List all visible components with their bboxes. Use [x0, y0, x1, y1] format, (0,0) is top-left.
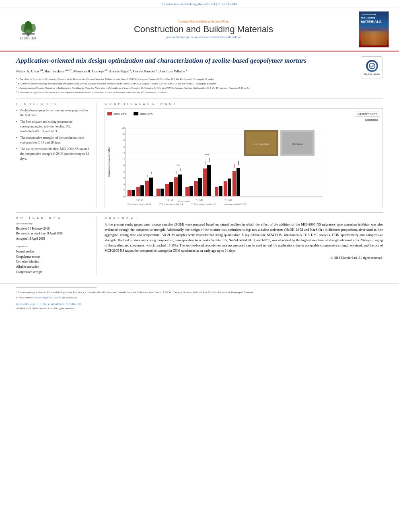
highlight-2: The best mixture and curing temperature,…: [16, 119, 91, 134]
legend-80c-box: [134, 112, 138, 115]
info-abstract-section: A R T I C L E I N F O Article history: R…: [16, 216, 383, 275]
journal-header: ELSEVIER Contents lists available at Sci…: [0, 8, 399, 51]
bar-g4-7d-blk: [219, 186, 222, 196]
svg-text:SEM image: SEM image: [292, 143, 303, 145]
bar-g2-14d-red: [165, 184, 169, 196]
noninhibitor-label: noninhibitor: [107, 118, 380, 121]
article-info-heading: A R T I C L E I N F O: [16, 216, 91, 220]
bar-g1-14d-red: [136, 187, 140, 196]
svg-text:7       14      28: 7 14 28: [136, 199, 143, 201]
highlights-heading: H I G H L I G H T S: [16, 102, 91, 106]
bar-g3-14d-blk: [198, 178, 202, 196]
title-area: Application-oriented mix design optimiza…: [16, 56, 383, 65]
affiliation-d: d d Facultad de Ingeniería Mecánica, Esc…: [16, 90, 383, 94]
affiliation-a: a a Facultad de Ingeniería Mecánica y Ci…: [16, 77, 383, 81]
svg-text:16: 16: [122, 146, 125, 148]
svg-text:0: 0: [123, 195, 125, 198]
abstract-heading: A B S T R A C T: [105, 216, 383, 220]
author-andres: Andrés Rigail a,: [109, 69, 133, 73]
svg-point-4: [25, 21, 32, 30]
bar-g2-7d-red: [156, 189, 160, 196]
legend-60c: Temp. 60°C: [107, 112, 127, 115]
journal-cover-image: Construction and Building MATERIALS: [359, 11, 389, 47]
highlight-4: The use of corrosion inhibitor, MCI-2005…: [16, 147, 91, 161]
bar-g1-7d-blk: [132, 190, 135, 196]
bar-g1-28d-red: [145, 181, 149, 196]
author-nestor: Néstor A. Ulloa a,d,: [16, 69, 45, 73]
bar-g2-14d-blk: [169, 182, 173, 196]
keywords-section: Keywords: Natural zeolite Geopolymer mor…: [16, 245, 91, 275]
keywords-label: Keywords:: [16, 245, 91, 248]
chart-wrapper: Compressive strength (MPa) 0 2 4: [107, 122, 380, 202]
svg-text:Time (days): Time (days): [177, 200, 190, 202]
legend-60c-box: [107, 112, 112, 115]
author-cecilia: Cecilia Paredes a,: [133, 69, 159, 73]
section-divider-2: [16, 212, 383, 213]
chart-legend: Temp. 60°C Temp. 80°C Na₂SiO₃/NaOH=3: [107, 111, 380, 117]
svg-text:18: 18: [122, 139, 125, 142]
legend-60c-label: Temp. 60°C: [113, 112, 127, 115]
keyword-2: Geopolymer mortar: [16, 255, 91, 260]
sciencedirect-link-text[interactable]: ScienceDirect: [212, 20, 230, 23]
svg-text:7       14      28: 7 14 28: [195, 199, 203, 201]
page: Construction and Building Materials 174 …: [0, 0, 399, 532]
email-person: (H. Baykara).: [62, 296, 77, 299]
article-title: Application-oriented mix design optimiza…: [16, 56, 355, 65]
bar-chart-svg: 0 2 4 6 8 10 12 14 16 18 20 22: [111, 122, 325, 202]
journal-title: Construction and Building Materials: [48, 24, 359, 35]
x-label-2: (**) activator/zeolite:0,4: [155, 203, 187, 205]
bar-g1-14d-blk: [140, 185, 144, 196]
received-date: Received 14 February 2018: [16, 226, 91, 232]
highlights-graphical-section: H I G H L I G H T S Zeolite-based geopol…: [16, 102, 383, 208]
bar-g4-14d-red: [224, 181, 227, 196]
email-address[interactable]: hbaykara@espol.edu.ec: [35, 296, 62, 299]
copyright-line: © 2018 Elsevier Ltd. All rights reserved…: [105, 256, 383, 260]
x-label-1: (*) activator/zeolite:0,35: [123, 203, 155, 205]
svg-text:7       14      28: 7 14 28: [224, 199, 232, 201]
y-axis-label: Compressive strength (MPa): [107, 147, 110, 177]
svg-text:6: 6: [123, 177, 125, 179]
keyword-5: Compressive strength: [16, 270, 91, 275]
journal-center-info: Contents lists available at ScienceDirec…: [48, 20, 359, 39]
bar-g3-7d-blk: [189, 186, 193, 196]
footer-section: * Corresponding author at: Facultad de I…: [0, 283, 399, 314]
x-label-4: activator/zeolite 0,5 NI: [219, 203, 251, 205]
elsevier-logo-area: ELSEVIER: [8, 19, 48, 40]
bar-g4-28d-blk: [237, 168, 240, 196]
na2sio3-label: Na₂SiO₃/NaOH=3: [355, 111, 380, 117]
svg-text:8: 8: [123, 170, 125, 173]
svg-text:4: 4: [123, 183, 125, 185]
keyword-4: Alkaline activation: [16, 265, 91, 270]
x-axis-group-labels: (*) activator/zeolite:0,35 (**) activato…: [123, 202, 380, 205]
footnote-corresponding: * Corresponding author at: Facultad de I…: [16, 290, 383, 295]
journal-homepage: journal homepage: www.elsevier.com/locat…: [48, 35, 359, 39]
article-content: Application-oriented mix design optimiza…: [0, 51, 399, 275]
bar-g1-7d-red: [128, 190, 131, 196]
check-updates-badge: Check for updates: [361, 56, 383, 78]
check-updates-svg: [369, 63, 375, 69]
bar-g3-28d-blk: [207, 165, 211, 196]
sciencedirect-label: Contents lists available at ScienceDirec…: [48, 20, 359, 23]
issn-line: 0950-0618/© 2018 Elsevier Ltd. All right…: [16, 307, 383, 310]
highlight-3: The compressive strengths of the specime…: [16, 136, 91, 145]
bar-g3-14d-red: [194, 181, 198, 196]
svg-text:12: 12: [122, 158, 125, 160]
svg-rect-5: [22, 33, 35, 35]
svg-text:14: 14: [122, 152, 125, 154]
svg-point-6: [369, 63, 375, 69]
keyword-1: Natural zeolite: [16, 249, 91, 255]
elsevier-tree-icon: [17, 19, 39, 37]
article-info-col: A R T I C L E I N F O Article history: R…: [16, 216, 97, 275]
highlights-section: H I G H L I G H T S Zeolite-based geopol…: [16, 102, 97, 208]
author-haci: Haci Baykara a,b,c,*,: [45, 69, 74, 73]
svg-text:7       14      28: 7 14 28: [166, 199, 173, 201]
cover-image-decoration: [361, 31, 387, 45]
authors-line: Néstor A. Ulloa a,d, Haci Baykara a,b,c,…: [16, 68, 383, 74]
check-updates-icon: [368, 62, 376, 70]
bar-g3-7d-red: [185, 187, 189, 196]
bar-g2-28d-blk: [178, 175, 182, 196]
check-updates-circle: [366, 60, 378, 72]
svg-text:***: ***: [205, 154, 210, 157]
doi-link[interactable]: https://doi.org/10.1016/j.conbuildmat.20…: [16, 302, 383, 306]
svg-text:**: **: [177, 164, 180, 168]
